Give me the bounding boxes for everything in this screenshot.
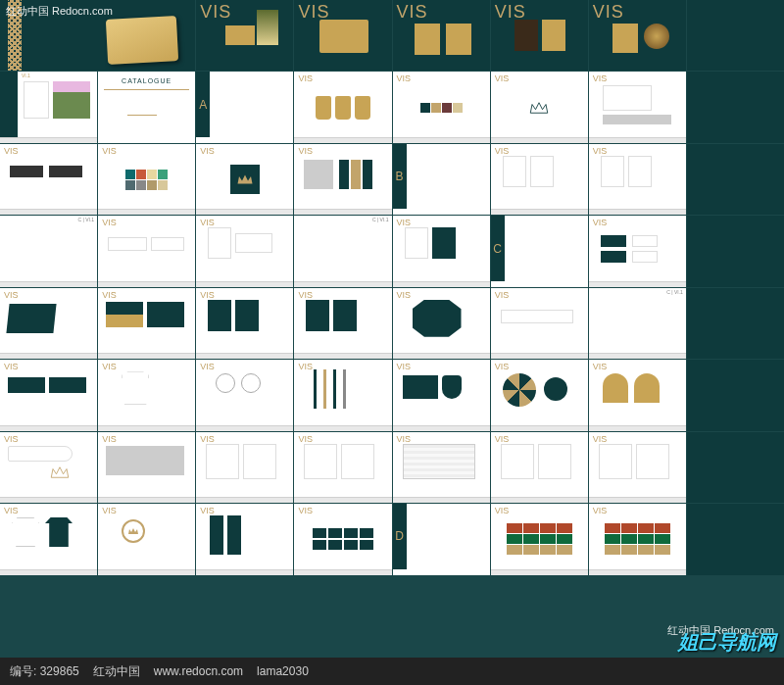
thumbnail-r7c7: VIS <box>589 432 686 503</box>
thumbnail-r6c2: VIS <box>98 360 195 430</box>
thumbnail-r4c8-blank <box>687 216 784 286</box>
thumbnail-r5c8-blank <box>687 288 784 359</box>
catalogue-thumbnail: CATALOGUE <box>98 72 195 142</box>
thumbnail-r1c8-blank <box>687 0 784 71</box>
thumbnail-r2c6: VIS <box>491 72 588 142</box>
thumbnail-r8c8-blank <box>687 504 784 574</box>
watermark-top-left: 红动中国 Redocn.com <box>6 4 113 19</box>
thumbnail-r2c1: VI.1 <box>0 72 97 142</box>
footer-bar: 编号: 329865 红动中国 www.redocn.com lama2030 <box>0 658 784 685</box>
nav-watermark: 姐己导航网 <box>678 629 776 656</box>
vis-label: VIS <box>200 2 231 23</box>
thumbnail-r4c1: C | VI.1 <box>0 216 97 286</box>
thumbnail-r4c5: VIS <box>393 216 490 286</box>
thumbnail-r3c2: VIS <box>98 144 195 215</box>
thumbnail-r3c6: VIS <box>491 144 588 215</box>
thumbnail-r7c8-blank <box>687 432 784 503</box>
thumbnail-r6c8-blank <box>687 360 784 430</box>
section-letter-d: D <box>395 529 404 543</box>
thumbnail-r4c2: VIS <box>98 216 195 286</box>
thumbnail-r6c5: VIS <box>393 360 490 430</box>
crown-icon <box>528 101 550 115</box>
thumbnail-r1c6: VIS <box>491 0 588 71</box>
thumbnail-r8c6: VIS <box>491 504 588 574</box>
thumbnail-r8c2: VIS <box>98 504 195 574</box>
thumbnail-r4c3: VIS <box>196 216 293 286</box>
section-c-thumbnail: C <box>491 216 588 286</box>
section-b-thumbnail: B <box>393 144 490 215</box>
footer-site: 红动中国 <box>93 663 140 680</box>
footer-id-label: 编号: 329865 <box>10 663 79 680</box>
thumbnail-r2c5: VIS <box>393 72 490 142</box>
thumbnail-r3c4: VIS <box>294 144 391 215</box>
section-letter-a: A <box>199 98 207 112</box>
thumbnail-r5c7: C | VI.1 <box>589 288 686 359</box>
thumbnail-r1c3: VIS <box>196 0 293 71</box>
thumbnail-r1c5: VIS <box>393 0 490 71</box>
umbrella-icon <box>503 373 536 407</box>
thumbnail-r6c4: VIS <box>294 360 391 430</box>
section-letter-b: B <box>395 170 403 183</box>
thumbnail-r7c1: VIS <box>0 432 97 503</box>
section-d-thumbnail: D <box>393 504 490 574</box>
thumbnail-r5c3: VIS <box>196 288 293 359</box>
footer-author: lama2030 <box>257 664 309 678</box>
thumbnail-r8c3: VIS <box>196 504 293 574</box>
footer-url: www.redocn.com <box>154 664 243 678</box>
gold-card-icon <box>106 16 178 65</box>
thumbnail-r6c7: VIS <box>589 360 686 430</box>
thumbnail-r6c6: VIS <box>491 360 588 430</box>
thumbnail-r7c4: VIS <box>294 432 391 503</box>
catalogue-title: CATALOGUE <box>98 77 195 84</box>
thumbnail-r6c1: VIS <box>0 360 97 430</box>
thumbnail-r5c5: VIS <box>393 288 490 359</box>
thumbnail-r3c1: VIS <box>0 144 97 215</box>
thumbnail-r3c8-blank <box>687 144 784 215</box>
thumbnail-r3c3: VIS <box>196 144 293 215</box>
section-letter-c: C <box>493 242 502 256</box>
thumbnail-r2c8-blank <box>687 72 784 142</box>
thumbnail-r7c2: VIS <box>98 432 195 503</box>
thumbnail-r5c1: VIS <box>0 288 97 359</box>
thumbnail-r2c7: VIS <box>589 72 686 142</box>
section-a-thumbnail: A <box>196 72 293 142</box>
thumbnail-r2c4: VIS <box>294 72 391 142</box>
thumbnail-r1c7: VIS <box>589 0 686 71</box>
thumbnail-r1c4: VIS <box>294 0 391 71</box>
thumbnail-r4c4: C | VI.1 <box>294 216 391 286</box>
thumbnail-r5c4: VIS <box>294 288 391 359</box>
thumbnail-r8c1: VIS <box>0 504 97 574</box>
vis-label: VIS <box>397 2 428 23</box>
thumbnail-r8c4: VIS <box>294 504 391 574</box>
template-thumbnail-grid: VIS VIS VIS VIS VIS VI.1 CATALOGUE A VIS <box>0 0 784 647</box>
thumbnail-r3c7: VIS <box>589 144 686 215</box>
thumbnail-r8c7: VIS <box>589 504 686 574</box>
thumbnail-r7c6: VIS <box>491 432 588 503</box>
thumbnail-r4c7: VIS <box>589 216 686 286</box>
thumbnail-r7c5: VIS <box>393 432 490 503</box>
vis-label: VIS <box>593 2 624 23</box>
thumbnail-r5c6: VIS <box>491 288 588 359</box>
thumbnail-r7c3: VIS <box>196 432 293 503</box>
thumbnail-r5c2: VIS <box>98 288 195 359</box>
thumbnail-r6c3: VIS <box>196 360 293 430</box>
